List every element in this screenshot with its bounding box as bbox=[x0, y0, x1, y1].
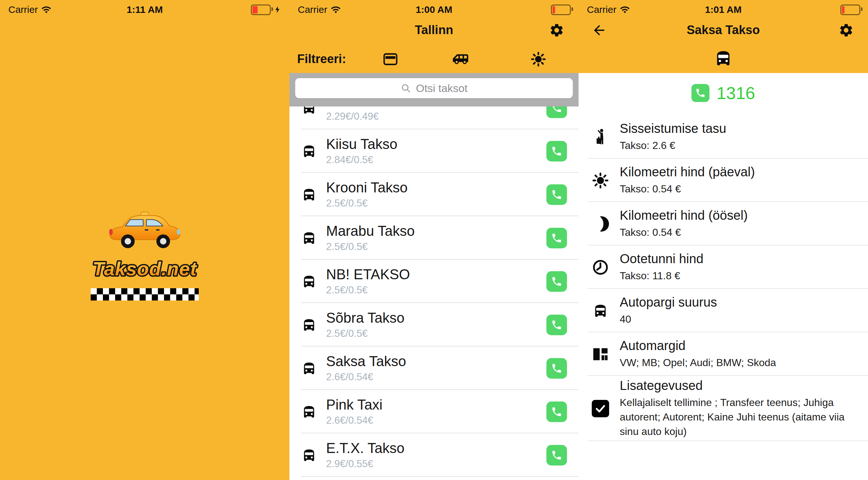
taxi-price: 2.6€/0.54€ bbox=[326, 415, 382, 426]
logo-text: Taksod.net bbox=[93, 258, 198, 279]
taxi-name: Krooni Takso bbox=[326, 180, 408, 195]
phone-icon bbox=[551, 189, 562, 201]
search-input[interactable]: Otsi taksot bbox=[295, 78, 573, 98]
logo-wordmark: Taksod.net bbox=[90, 254, 199, 284]
filter-day-button[interactable] bbox=[530, 51, 547, 67]
detail-value: 40 bbox=[620, 312, 717, 327]
filter-card-button[interactable] bbox=[382, 51, 399, 67]
time-label: 1:00 AM bbox=[289, 0, 579, 19]
call-button[interactable] bbox=[547, 141, 567, 161]
page-title: Tallinn bbox=[289, 20, 579, 40]
call-button[interactable] bbox=[547, 445, 567, 466]
detail-row-km-day: Kilomeetri hind (päeval) Takso: 0.54 € bbox=[579, 159, 868, 202]
gear-icon bbox=[549, 23, 564, 38]
car-icon bbox=[300, 403, 318, 420]
taxi-row[interactable]: Kiisu Takso2.84€/0.5€ bbox=[289, 129, 579, 173]
status-bar: Carrier 1:00 AM bbox=[289, 0, 579, 19]
charging-bolt-icon bbox=[273, 5, 282, 14]
phone-icon bbox=[551, 145, 562, 157]
taxi-price: 2.5€/0.5€ bbox=[326, 328, 405, 339]
time-label: 1:11 AM bbox=[0, 0, 289, 19]
car-icon bbox=[300, 360, 318, 377]
battery-group bbox=[551, 0, 571, 19]
status-bar: Carrier 1:11 AM bbox=[0, 0, 289, 19]
taxi-detail-screen: Carrier 1:01 AM Saksa Takso 1316 bbox=[579, 0, 868, 480]
taxi-name: NB! ETAKSO bbox=[326, 267, 410, 282]
car-icon bbox=[713, 48, 734, 69]
search-icon bbox=[400, 83, 411, 94]
car-brands-grid-icon bbox=[590, 345, 611, 363]
taxi-row[interactable]: Pink Taxi2.6€/0.54€ bbox=[289, 390, 579, 433]
settings-button[interactable] bbox=[838, 23, 854, 38]
gear-icon bbox=[838, 23, 854, 38]
detail-row-fleet: Autopargi suurus 40 bbox=[579, 289, 868, 332]
taxi-row[interactable]: Krooni Takso2.5€/0.5€ bbox=[289, 173, 579, 216]
call-button[interactable] bbox=[547, 271, 567, 292]
search-placeholder: Otsi taksot bbox=[416, 82, 468, 95]
taxi-row[interactable]: Saksa Takso2.6€/0.54€ bbox=[289, 347, 579, 390]
detail-title: Kilomeetri hind (päeval) bbox=[620, 164, 755, 179]
settings-button[interactable] bbox=[549, 23, 564, 38]
car-icon bbox=[300, 143, 318, 160]
taxi-price: 2.5€/0.5€ bbox=[326, 198, 408, 209]
call-button[interactable] bbox=[691, 84, 709, 102]
detail-title: Automargid bbox=[620, 338, 776, 353]
battery-icon bbox=[551, 4, 571, 15]
car-icon bbox=[300, 447, 318, 464]
detail-row-km-night: Kilomeetri hind (öösel) Takso: 0.54 € bbox=[579, 202, 868, 245]
car-icon bbox=[590, 302, 611, 320]
nav-bar: Tallinn bbox=[289, 20, 579, 40]
detail-title: Lisategevused bbox=[620, 378, 855, 393]
sun-icon bbox=[530, 51, 547, 67]
detail-row-brands: Automargid VW; MB; Opel; Audi; BMW; Skod… bbox=[579, 332, 868, 376]
taxi-cartoon-image bbox=[104, 211, 185, 254]
status-bar: Carrier 1:01 AM bbox=[579, 0, 868, 19]
detail-value: Takso: 0.54 € bbox=[620, 225, 748, 240]
call-button[interactable] bbox=[547, 358, 567, 379]
taxi-name: Pink Taxi bbox=[326, 397, 382, 413]
taxi-name: E.T.X. Takso bbox=[326, 441, 405, 456]
taksod-logo: Taksod.net bbox=[90, 211, 199, 300]
detail-value: Takso: 0.54 € bbox=[620, 182, 755, 196]
taxi-price: 2.84€/0.5€ bbox=[326, 154, 398, 166]
detail-title: Kilomeetri hind (öösel) bbox=[620, 208, 748, 222]
call-button[interactable] bbox=[547, 401, 567, 422]
filter-van-button[interactable] bbox=[452, 51, 469, 67]
phone-icon bbox=[551, 449, 562, 461]
taxi-name: Kiisu Takso bbox=[326, 137, 398, 152]
time-label: 1:01 AM bbox=[579, 0, 868, 19]
call-button[interactable] bbox=[547, 228, 567, 248]
person-luggage-icon bbox=[590, 128, 611, 146]
taxi-name: Sõbra Takso bbox=[326, 310, 405, 326]
taxi-row[interactable]: E.T.X. Takso2.9€/0.55€ bbox=[289, 433, 579, 477]
detail-row-entry-fee: Sisseistumise tasu Takso: 2.6 € bbox=[579, 115, 868, 159]
taxi-price: 2.29€/0.49€ bbox=[326, 111, 403, 122]
taxi-name: Saksa Takso bbox=[326, 354, 406, 369]
taxi-row[interactable]: Sõbra Takso2.5€/0.5€ bbox=[289, 303, 579, 347]
detail-list: Sisseistumise tasu Takso: 2.6 € Kilomeet… bbox=[579, 115, 868, 441]
taxi-price: 2.5€/0.5€ bbox=[326, 284, 410, 296]
van-icon bbox=[452, 51, 469, 67]
taxi-row[interactable]: NB! ETAKSO2.5€/0.5€ bbox=[289, 260, 579, 303]
splash-screen: Carrier 1:11 AM bbox=[0, 0, 289, 480]
call-button[interactable] bbox=[547, 314, 567, 335]
phone-icon bbox=[551, 232, 562, 244]
filter-label: Filtreeri: bbox=[297, 49, 346, 69]
battery-icon bbox=[840, 4, 860, 15]
search-strip: Otsi taksot bbox=[289, 73, 579, 107]
taxi-row[interactable]: Marabu Takso2.5€/0.5€ bbox=[289, 216, 579, 260]
battery-group bbox=[251, 0, 282, 19]
detail-title: Sisseistumise tasu bbox=[620, 121, 726, 136]
call-phone-number[interactable]: 1316 bbox=[579, 83, 868, 103]
page-title: Saksa Takso bbox=[579, 20, 868, 40]
detail-value: Takso: 2.6 € bbox=[620, 138, 726, 153]
detail-value: VW; MB; Opel; Audi; BMW; Skoda bbox=[620, 356, 776, 370]
clock-icon bbox=[590, 258, 611, 276]
taxi-list-viewport: Reval Takso2.29€/0.49€ Kiisu Takso2.84€/… bbox=[289, 73, 579, 480]
detail-value: Kellajaliselt tellimine ; Transfeer teen… bbox=[620, 395, 855, 439]
call-button[interactable] bbox=[547, 184, 567, 205]
list-header: Carrier 1:00 AM Tallinn Filtreeri: bbox=[289, 0, 579, 73]
car-icon bbox=[300, 273, 318, 290]
detail-title: Ootetunni hind bbox=[620, 251, 703, 266]
detail-header: Carrier 1:01 AM Saksa Takso bbox=[579, 0, 868, 73]
